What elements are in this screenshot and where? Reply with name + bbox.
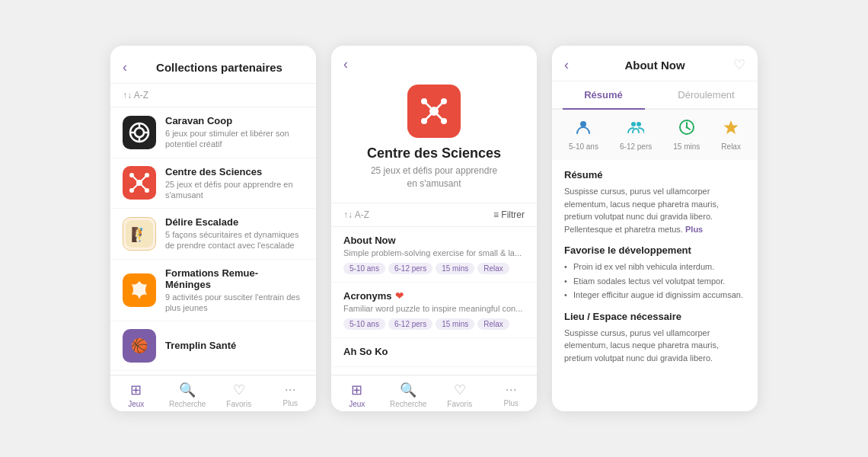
jeux-label-2: Jeux [349,400,365,408]
jeux-icon-2: ⊞ [351,382,362,398]
dev-section: Favorise le développement Proin id ex ve… [564,244,745,302]
age-icon [575,119,592,139]
age-label: 5-10 ans [569,142,598,151]
game-name: Ah So Ko [343,346,525,357]
svg-marker-31 [724,120,739,134]
relax-icon [723,119,739,139]
hero-icon [407,85,461,138]
tab-resume[interactable]: Résumé [552,81,655,108]
tag: 15 mins [436,318,474,330]
game-list: About Now Simple problem-solving exercis… [331,227,537,375]
nav-plus-2[interactable]: ··· Plus [486,382,538,408]
formations-info: Formations Remue-Méninges 9 activités po… [165,267,304,314]
svg-point-22 [441,98,447,104]
screen3-content: Résumé Suspisse cursus, purus vel ullamc… [552,160,758,411]
tag: 5-10 ans [343,263,385,274]
caravan-info: Caravan Coop 6 jeux pour stimuler et lib… [165,115,304,150]
list-item[interactable]: Acronyms ❤ Familiar word puzzle to inspi… [331,283,537,338]
plus-label-2: Plus [504,399,519,407]
list-item[interactable]: About Now Simple problem-solving exercis… [331,227,537,283]
pers-label: 6-12 pers [620,142,652,151]
list-item[interactable]: 🏀 Tremplin Santé [110,321,316,371]
pers-icon [627,119,644,139]
recherche-label-2: Recherche [390,400,426,408]
nav-jeux-2[interactable]: ⊞ Jeux [331,382,383,408]
screen-games: ‹ Centre des Sciences 25 jeux et défis p… [331,46,537,411]
game-name: About Now [343,235,525,246]
caravan-desc: 6 jeux pour stimuler et libérer son pote… [165,128,304,150]
list-item[interactable]: Centre des Sciences 25 jeux et défis pou… [110,158,316,209]
list-item[interactable]: Ah So Ko [331,338,537,367]
tag: 6-12 pers [388,263,432,274]
tag: 15 mins [436,263,474,274]
tag: Relax [477,318,509,330]
collection-list: Caravan Coop 6 jeux pour stimuler et lib… [110,107,316,375]
tag: 5-10 ans [343,318,385,330]
formations-name: Formations Remue-Méninges [165,267,304,290]
heart-icon: ❤ [395,290,404,302]
screen-collections: ‹ Collections partenaires ↑↓ A-Z [110,46,316,411]
bullet-item: Etiam sodales lectus vel volutpat tempor… [564,275,745,288]
list-item[interactable]: 🧗 Délire Escalade 5 façons sécuritaires … [110,209,316,260]
nav-recherche[interactable]: 🔍 Recherche [162,382,214,408]
stat-age: 5-10 ans [569,119,598,151]
plus-icon-2: ··· [506,382,517,398]
sciences-name: Centre des Sciences [165,166,304,177]
screen2-hero: Centre des Sciences 25 jeux et défis pou… [331,78,537,203]
list-item[interactable]: Caravan Coop 6 jeux pour stimuler et lib… [110,107,316,158]
svg-point-12 [129,188,134,193]
caravan-name: Caravan Coop [165,115,304,126]
bullet-item: Integer efficitur augue id dignissim acc… [564,289,745,302]
delire-info: Délire Escalade 5 façons sécuritaires et… [165,216,304,251]
filter-button[interactable]: ≡ Filtrer [493,209,525,220]
nav-plus[interactable]: ··· Plus [265,382,317,408]
tremplin-name: Tremplin Santé [165,340,236,351]
tag: 6-12 pers [388,318,432,330]
filter-bar: ↑↓ A-Z ≡ Filtrer [331,203,537,227]
recherche-icon: 🔍 [179,382,196,398]
resume-section: Résumé Suspisse cursus, purus vel ullamc… [564,169,745,235]
svg-point-30 [685,126,688,129]
svg-point-25 [421,98,427,104]
svg-point-28 [637,122,641,126]
caravan-icon [123,116,156,149]
screen2-header: ‹ [331,46,537,78]
nav-favoris-2[interactable]: ♡ Favoris [434,382,486,408]
sort-label[interactable]: ↑↓ A-Z [343,209,369,220]
svg-point-24 [441,118,447,124]
bottom-nav-2: ⊞ Jeux 🔍 Recherche ♡ Favoris ··· Plus [331,375,537,411]
back-button-3[interactable]: ‹ [564,57,569,73]
game-tags: 5-10 ans 6-12 pers 15 mins Relax [343,263,525,274]
dev-title: Favorise le développement [564,244,745,256]
stat-time: 15 mins [673,119,700,151]
nav-recherche-2[interactable]: 🔍 Recherche [383,382,435,408]
time-label: 15 mins [673,142,700,151]
svg-point-26 [580,121,586,127]
tab-deroulement[interactable]: Déroulement [655,81,758,108]
screen1-title: Collections partenaires [135,61,304,74]
back-button-2[interactable]: ‹ [343,56,348,72]
game-tags: 5-10 ans 6-12 pers 15 mins Relax [343,318,525,330]
screen1-header: ‹ Collections partenaires [110,46,316,84]
plus-link[interactable]: Plus [685,225,703,234]
jeux-label: Jeux [128,400,144,408]
nav-jeux[interactable]: ⊞ Jeux [110,382,162,408]
favoris-icon-2: ♡ [454,382,466,398]
back-button[interactable]: ‹ [123,59,127,75]
nav-favoris[interactable]: ♡ Favoris [213,382,265,408]
sciences-icon [123,166,156,200]
resume-text: Suspisse cursus, purus vel ullamcorper e… [564,185,745,235]
sciences-desc: 25 jeux et défis pour apprendre en s'amu… [165,179,304,201]
favorite-button[interactable]: ♡ [733,56,745,73]
favoris-label: Favoris [226,400,251,408]
lieu-text: Suspisse cursus, purus vel ullamcorper e… [564,327,745,365]
delire-icon: 🧗 [123,217,156,251]
tremplin-icon: 🏀 [123,329,156,363]
bottom-nav: ⊞ Jeux 🔍 Recherche ♡ Favoris ··· Plus [110,375,316,411]
tag: Relax [477,263,509,274]
stat-relax: Relax [721,119,741,151]
recherche-icon-2: 🔍 [400,382,416,398]
list-item[interactable]: Formations Remue-Méninges 9 activités po… [110,260,316,322]
sort-bar[interactable]: ↑↓ A-Z [110,84,316,107]
stat-pers: 6-12 pers [620,119,652,151]
